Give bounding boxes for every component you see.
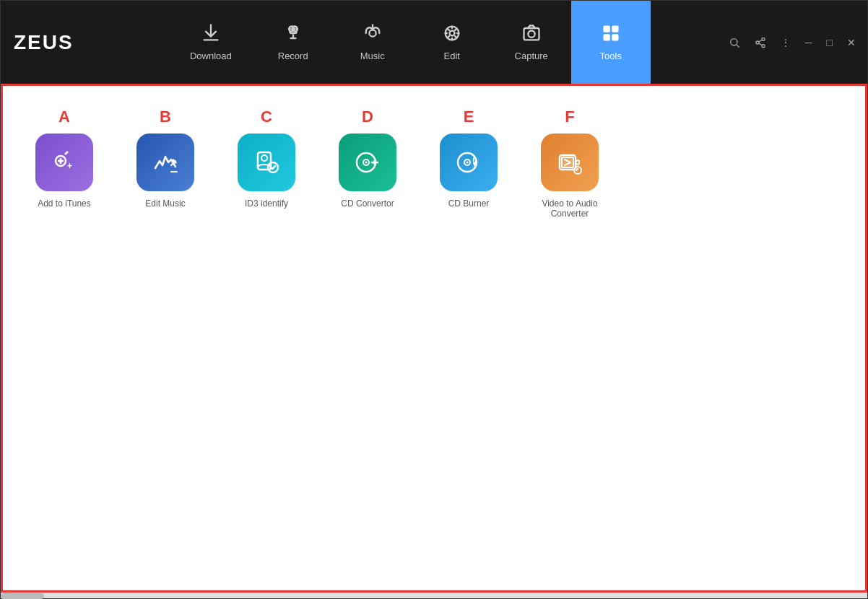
svg-rect-14 (603, 34, 609, 40)
svg-point-6 (369, 30, 376, 36)
tools-icon (601, 23, 621, 46)
svg-point-35 (365, 162, 368, 164)
edit-icon (442, 23, 462, 46)
nav-item-tools[interactable]: Tools (571, 1, 651, 84)
scrollbar-thumb[interactable] (1, 593, 44, 599)
app-logo: ZEUS (8, 28, 80, 57)
tool-name-edit-music: Edit Music (145, 198, 185, 209)
svg-point-19 (756, 41, 759, 44)
edit-music-icon-wrapper (136, 134, 194, 191)
tools-grid: A + Add to iTunes B (25, 100, 843, 219)
tool-name-video-to-audio: Video to Audio Converter (530, 198, 609, 219)
download-icon (201, 23, 221, 46)
nav-item-edit[interactable]: Edit (412, 1, 492, 84)
download-label: Download (190, 51, 232, 61)
tool-item-id3-identify[interactable]: C ID3 identify (227, 108, 306, 209)
tool-name-cd-burner: CD Burner (448, 198, 490, 209)
svg-point-26 (58, 159, 63, 163)
svg-point-9 (449, 31, 454, 36)
tool-item-cd-convertor[interactable]: D CD Convertor (328, 108, 407, 209)
nav-bar: Download Record (95, 1, 724, 84)
close-button[interactable]: ✕ (843, 34, 860, 51)
tool-item-video-to-audio[interactable]: F Video to Audio Converter (530, 108, 609, 219)
music-label: Music (360, 51, 385, 61)
svg-rect-12 (603, 26, 609, 32)
svg-line-46 (576, 169, 578, 170)
video-to-audio-icon-wrapper (541, 134, 599, 191)
menu-button[interactable]: ⋮ (776, 34, 795, 51)
svg-point-31 (261, 155, 267, 161)
main-content: A + Add to iTunes B (1, 84, 867, 593)
tools-label: Tools (600, 51, 622, 61)
svg-rect-15 (612, 34, 618, 40)
tool-name-cd-convertor: CD Convertor (341, 198, 394, 209)
tool-letter-e: E (464, 108, 474, 126)
svg-point-20 (762, 44, 765, 47)
tool-item-add-to-itunes[interactable]: A + Add to iTunes (25, 108, 104, 209)
svg-line-17 (737, 45, 739, 48)
nav-item-download[interactable]: Download (168, 1, 253, 84)
minimize-button[interactable]: ─ (801, 34, 817, 51)
tool-name-add-to-itunes: Add to iTunes (38, 198, 91, 209)
svg-point-45 (574, 167, 581, 174)
title-bar: ZEUS Download (1, 1, 867, 84)
nav-item-capture[interactable]: Capture (492, 1, 571, 84)
svg-line-21 (758, 43, 762, 45)
app-window: ZEUS Download (0, 0, 868, 599)
maximize-button[interactable]: □ (823, 34, 837, 51)
capture-label: Capture (515, 51, 548, 61)
id3-identify-icon-wrapper (238, 134, 295, 191)
svg-rect-42 (562, 157, 573, 167)
record-label: Record (278, 51, 308, 61)
share-button[interactable] (750, 34, 771, 51)
svg-line-22 (758, 40, 762, 42)
tool-name-id3-identify: ID3 identify (245, 198, 288, 209)
nav-item-music[interactable]: Music (333, 1, 412, 84)
svg-rect-13 (612, 26, 618, 32)
nav-item-record[interactable]: Record (253, 1, 333, 84)
svg-point-11 (528, 31, 534, 38)
cd-convertor-icon-wrapper (339, 134, 396, 191)
tool-item-cd-burner[interactable]: E CD Burner (429, 108, 508, 209)
edit-label: Edit (444, 51, 460, 61)
tool-letter-c: C (261, 108, 272, 126)
search-button[interactable] (724, 34, 745, 51)
record-icon (283, 23, 303, 46)
tool-item-edit-music[interactable]: B Edit Music (126, 108, 205, 209)
svg-point-18 (762, 38, 765, 40)
tool-letter-b: B (160, 108, 171, 126)
svg-point-40 (466, 162, 469, 164)
music-icon (363, 23, 383, 46)
svg-point-16 (730, 38, 737, 45)
cd-burner-icon-wrapper (440, 134, 498, 191)
capture-icon (521, 23, 542, 46)
svg-text:+: + (67, 161, 72, 171)
scrollbar-area[interactable] (1, 593, 867, 598)
tool-letter-d: D (362, 108, 373, 126)
tool-letter-a: A (58, 108, 70, 126)
window-controls: ⋮ ─ □ ✕ (724, 34, 860, 51)
add-to-itunes-icon-wrapper: + (35, 134, 93, 191)
tool-letter-f: F (565, 108, 574, 126)
